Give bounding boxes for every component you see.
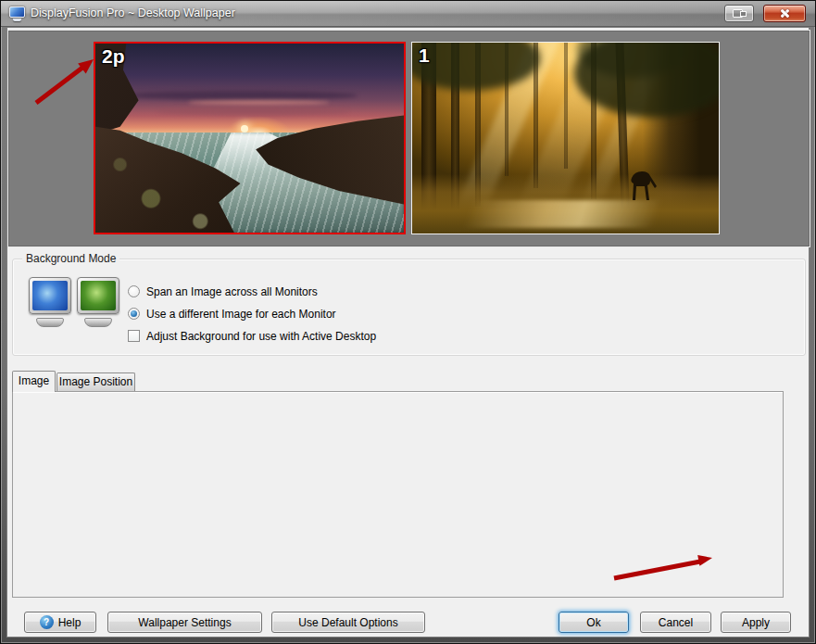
- radio-different-image[interactable]: [128, 308, 140, 320]
- monitor-preview-selected[interactable]: 2p: [94, 42, 406, 234]
- checkbox-active-desktop-label: Adjust Background for use with Active De…: [146, 330, 376, 343]
- window-utility-button[interactable]: [724, 5, 754, 22]
- tab-image-position[interactable]: Image Position: [56, 373, 135, 391]
- monitor-label-right: 1: [419, 44, 430, 67]
- radio-different-image-label: Use a different Image for each Monitor: [146, 308, 336, 321]
- help-question-icon: ?: [40, 615, 54, 629]
- close-icon: [780, 8, 790, 19]
- background-mode-group-label: Background Mode: [22, 252, 119, 265]
- app-monitor-icon: [9, 6, 25, 21]
- monitor-icon-green: [77, 277, 119, 327]
- image-tab-panel: [12, 391, 784, 598]
- monitor-icon-blue: [29, 277, 71, 327]
- window-title: DisplayFusion Pro ~ Desktop Wallpaper: [31, 1, 235, 26]
- displayfusion-window: DisplayFusion Pro ~ Desktop Wallpaper 2p: [0, 0, 816, 644]
- title-bar: DisplayFusion Pro ~ Desktop Wallpaper: [1, 1, 815, 27]
- close-button[interactable]: [763, 5, 806, 22]
- wallpaper-settings-button[interactable]: Wallpaper Settings: [107, 612, 262, 633]
- window-screenshot-icon: [733, 8, 747, 19]
- cancel-button[interactable]: Cancel: [640, 612, 711, 633]
- tab-image[interactable]: Image: [12, 371, 56, 392]
- ok-button[interactable]: Ok: [559, 612, 629, 633]
- help-button-label: Help: [58, 616, 82, 629]
- radio-span-image-label: Span an Image across all Monitors: [146, 285, 318, 298]
- help-button[interactable]: ? Help: [24, 612, 96, 633]
- monitor-label-left: 2p: [102, 45, 125, 68]
- use-default-options-button[interactable]: Use Default Options: [271, 612, 425, 633]
- checkbox-active-desktop[interactable]: [128, 330, 140, 342]
- apply-button[interactable]: Apply: [721, 612, 791, 633]
- radio-span-image[interactable]: [128, 285, 140, 297]
- monitor-preview-unselected[interactable]: 1: [411, 42, 720, 234]
- deer-silhouette: [624, 163, 663, 204]
